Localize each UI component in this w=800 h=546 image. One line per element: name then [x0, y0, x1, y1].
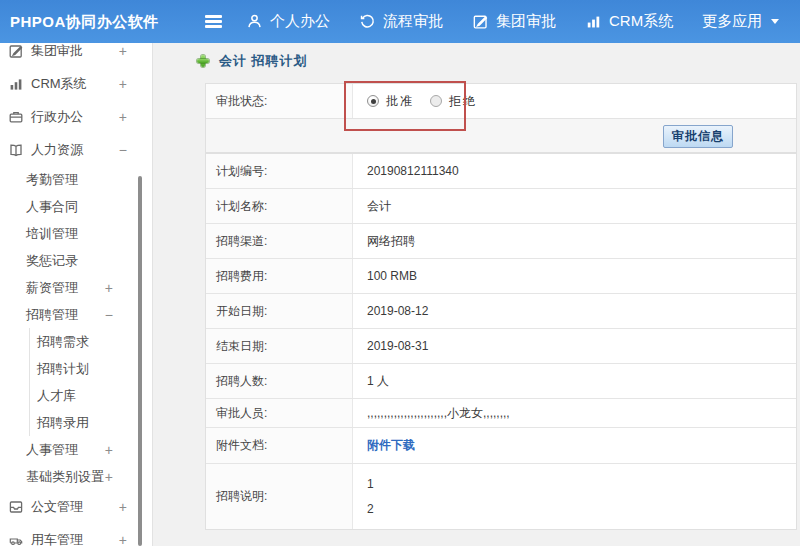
car-icon: [8, 532, 24, 546]
sidebar-item-1[interactable]: 集团审批+: [0, 43, 152, 67]
expand-icon[interactable]: +: [119, 109, 127, 125]
nav-item-1[interactable]: 个人办公: [246, 12, 330, 31]
sidebar-item-7[interactable]: 培训管理: [0, 220, 152, 247]
field-label: 招聘人数:: [206, 364, 352, 398]
document-icon: [8, 499, 24, 515]
expand-icon[interactable]: +: [119, 499, 127, 515]
collapse-icon[interactable]: −: [105, 307, 113, 323]
approval-info-button[interactable]: 审批信息: [663, 125, 733, 148]
sidebar-item-label: 薪资管理: [26, 279, 78, 297]
field-value: 2019-08-31: [367, 339, 428, 353]
sidebar-item-label: 考勤管理: [26, 171, 78, 189]
field-label: 招聘费用:: [206, 259, 352, 293]
sidebar-item-5[interactable]: 考勤管理: [0, 166, 152, 193]
field-value-cell: 20190812111340: [352, 154, 796, 188]
field-value-cell: 2019-08-31: [352, 329, 796, 363]
field-label: 计划编号:: [206, 154, 352, 188]
sidebar-item-8[interactable]: 奖惩记录: [0, 247, 152, 274]
radio-option-1[interactable]: [367, 95, 379, 107]
nav-item-label: CRM系统: [609, 12, 673, 31]
sidebar-item-2[interactable]: CRM系统+: [0, 67, 152, 100]
field-value-cell: 2019-08-12: [352, 294, 796, 328]
sidebar-scrollbar-thumb[interactable]: [138, 176, 142, 546]
page-title: 会计 招聘计划: [219, 52, 308, 70]
field-row-8: 审批人员:,,,,,,,,,,,,,,,,,,,,,,,,小龙女,,,,,,,,: [206, 399, 796, 428]
field-row-1: 计划编号:20190812111340: [206, 154, 796, 189]
sidebar-item-label: 人力资源: [31, 141, 83, 159]
bar-chart-icon: [585, 13, 602, 30]
field-label: 结束日期:: [206, 329, 352, 363]
nav-item-label: 更多应用: [702, 12, 762, 31]
field-value-cell: 1 2: [352, 464, 796, 529]
nav-item-2[interactable]: 流程审批: [359, 12, 443, 31]
app-title: PHPOA协同办公软件: [10, 0, 159, 43]
approval-table: 审批状态: 批准拒绝 审批信息: [205, 83, 797, 153]
sidebar-item-label: 奖惩记录: [26, 252, 78, 270]
sidebar-item-16[interactable]: 基础类别设置+: [0, 463, 152, 490]
add-icon: [196, 54, 210, 68]
approval-radio-group: 批准拒绝: [352, 84, 796, 118]
field-label: 招聘渠道:: [206, 224, 352, 258]
sidebar-item-10[interactable]: 招聘管理−: [0, 301, 152, 328]
field-row-3: 招聘渠道:网络招聘: [206, 224, 796, 259]
sidebar-item-9[interactable]: 薪资管理+: [0, 274, 152, 301]
attachment-download-link[interactable]: 附件下载: [367, 437, 415, 454]
caret-down-icon: [771, 19, 779, 24]
top-header: PHPOA协同办公软件 个人办公流程审批集团审批CRM系统更多应用: [0, 0, 800, 43]
expand-icon[interactable]: +: [105, 442, 113, 458]
field-value: 1 人: [367, 373, 389, 390]
sidebar-item-label: 公文管理: [31, 498, 83, 516]
sidebar-item-11[interactable]: 招聘需求: [0, 328, 152, 355]
sidebar-item-17[interactable]: 公文管理+: [0, 490, 152, 523]
sidebar-item-3[interactable]: 行政办公+: [0, 100, 152, 133]
field-label: 开始日期:: [206, 294, 352, 328]
field-value-cell: 100 RMB: [352, 259, 796, 293]
field-value: 网络招聘: [367, 233, 415, 250]
radio-option-2[interactable]: [430, 95, 442, 107]
menu-icon[interactable]: [205, 0, 222, 43]
sidebar-item-label: 招聘管理: [26, 306, 78, 324]
field-row-5: 开始日期:2019-08-12: [206, 294, 796, 329]
nav-item-4[interactable]: CRM系统: [585, 12, 673, 31]
bar-chart-icon: [8, 76, 24, 92]
sidebar-item-13[interactable]: 人才库: [0, 382, 152, 409]
nav-item-label: 流程审批: [383, 12, 443, 31]
field-value: 100 RMB: [367, 269, 417, 283]
sidebar-item-label: 人事合同: [26, 198, 78, 216]
sidebar-item-14[interactable]: 招聘录用: [0, 409, 152, 436]
sidebar-item-12[interactable]: 招聘计划: [0, 355, 152, 382]
sidebar-item-label: 基础类别设置: [26, 468, 104, 486]
sidebar-item-6[interactable]: 人事合同: [0, 193, 152, 220]
expand-icon[interactable]: +: [119, 76, 127, 92]
history-icon: [359, 13, 376, 30]
field-value-cell: 网络招聘: [352, 224, 796, 258]
field-row-10: 招聘说明:1 2: [206, 464, 796, 529]
sidebar-item-15[interactable]: 人事管理+: [0, 436, 152, 463]
sidebar-item-label: 人才库: [37, 387, 76, 405]
person-icon: [246, 13, 263, 30]
sidebar-item-label: 招聘计划: [37, 360, 89, 378]
sidebar-item-4[interactable]: 人力资源−: [0, 133, 152, 166]
expand-icon[interactable]: +: [119, 43, 127, 59]
sidebar: 集团审批+CRM系统+行政办公+人力资源−考勤管理人事合同培训管理奖惩记录薪资管…: [0, 43, 153, 546]
top-nav: 个人办公流程审批集团审批CRM系统更多应用: [246, 0, 779, 43]
nav-item-3[interactable]: 集团审批: [472, 12, 556, 31]
page-title-row: 会计 招聘计划: [196, 52, 308, 70]
approval-button-row: 审批信息: [206, 118, 796, 152]
radio-option-label: 拒绝: [449, 93, 477, 110]
expand-icon[interactable]: +: [105, 469, 113, 485]
sidebar-item-18[interactable]: 用车管理+: [0, 523, 152, 546]
briefcase-icon: [8, 109, 24, 125]
nav-item-label: 集团审批: [496, 12, 556, 31]
nav-item-5[interactable]: 更多应用: [702, 12, 779, 31]
field-value-cell: 会计: [352, 189, 796, 223]
sidebar-item-label: 用车管理: [31, 531, 83, 546]
collapse-icon[interactable]: −: [119, 142, 127, 158]
edit-square-icon: [472, 13, 489, 30]
field-row-9: 附件文档:附件下载: [206, 428, 796, 464]
field-value: 20190812111340: [367, 164, 459, 178]
expand-icon[interactable]: +: [119, 532, 127, 546]
expand-icon[interactable]: +: [105, 280, 113, 296]
field-label: 附件文档:: [206, 428, 352, 463]
field-value-cell: 附件下载: [352, 428, 796, 463]
